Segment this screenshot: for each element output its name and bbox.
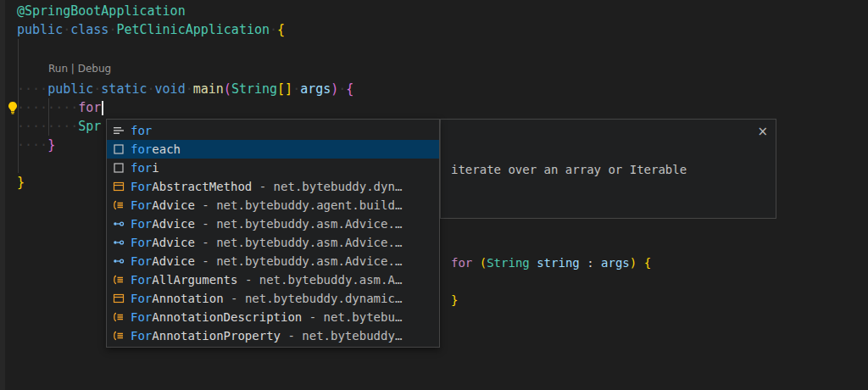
code-token (637, 256, 643, 270)
class-icon (112, 292, 125, 305)
code-token: void (155, 81, 186, 97)
suggestion-item[interactable]: for (107, 121, 439, 140)
code-token: public (17, 22, 63, 37)
suggestion-match-text: For (131, 329, 152, 343)
code-token: · (186, 81, 193, 97)
suggestion-item[interactable]: ForAnnotation - net.bytebuddy.dynamic… (107, 289, 439, 308)
suggestion-label: AllArguments (152, 273, 237, 287)
suggestion-item[interactable]: ForAnnotationDescription - net.bytebu… (107, 308, 439, 326)
suggestion-detail: - net.bytebuddy.asm.Advice.… (195, 236, 402, 249)
doc-code-line: } (451, 291, 765, 309)
suggestion-item[interactable]: ForAllArguments - net.bytebuddy.asm.A… (107, 270, 439, 289)
suggestion-list: forforeachforiForAbstractMethod - net.by… (107, 121, 439, 345)
suggestion-detail: - net.bytebuddy.asm.Advice.… (195, 254, 402, 268)
suggestion-match-text: For (131, 217, 152, 231)
code-token (580, 256, 587, 270)
suggestion-item[interactable]: ForAdvice - net.bytebuddy.asm.Advice.… (107, 252, 439, 270)
suggestion-detail: - net.bytebu… (302, 310, 402, 324)
suggestion-match-text: For (131, 310, 152, 324)
code-token: { (277, 22, 285, 37)
suggestion-detail: - net.bytebuddy.asm.Advice.… (195, 217, 402, 231)
code-line[interactable]: @SpringBootApplication (17, 2, 353, 20)
close-icon[interactable]: × (757, 122, 768, 141)
suggestion-item[interactable]: ForAdvice - net.bytebuddy.agent.build… (107, 196, 439, 214)
suggestion-item[interactable]: foreach (107, 140, 439, 159)
suggestion-detail: - net.bytebuddy.dyn… (252, 180, 402, 193)
suggestion-label: Advice (152, 198, 195, 212)
doc-code-line: for (String string : args) { (451, 254, 765, 272)
code-token: ) (630, 256, 637, 270)
suggestion-match-text: For (131, 254, 152, 268)
code-token: static (101, 81, 147, 97)
snippet-icon (112, 142, 125, 156)
suggestion-item[interactable]: ForAbstractMethod - net.bytebuddy.dyn… (107, 177, 439, 196)
code-token: · (338, 81, 346, 97)
suggestion-item[interactable]: ForAdvice - net.bytebuddy.asm.Advice.… (107, 233, 439, 252)
code-token: } (47, 137, 55, 153)
codelens: Run | Debug (17, 58, 353, 80)
codelens-run-link[interactable]: Run (48, 63, 68, 75)
suggestion-label: Advice (152, 254, 195, 268)
code-token: string (537, 256, 580, 270)
suggestion-match-text: For (131, 198, 152, 212)
code-token: Spr (78, 119, 101, 134)
code-token: ( (480, 256, 487, 270)
suggestion-match-text: For (131, 236, 152, 249)
code-line[interactable]: ····public·static·void·main(String[]·arg… (17, 80, 353, 98)
suggestion-match-text: for (131, 142, 152, 156)
code-token (594, 256, 601, 270)
code-token: ········ (17, 119, 78, 134)
suggestion-label: Advice (152, 217, 195, 231)
enum-member-icon (112, 217, 125, 231)
code-line[interactable] (17, 39, 353, 58)
suggestion-item[interactable]: fori (107, 159, 439, 177)
suggest-details-panel: iterate over an array or Iterable × for … (440, 119, 776, 219)
keyword-icon (112, 124, 125, 137)
suggestion-match-text: For (131, 292, 152, 305)
text-cursor (102, 101, 103, 115)
code-token: { (644, 256, 651, 270)
code-token: @SpringBootApplication (17, 3, 186, 19)
enum-icon (112, 198, 125, 212)
code-token: [] (277, 81, 292, 97)
code-token (530, 256, 537, 270)
suggestion-match-text: For (131, 180, 152, 193)
code-token: · (270, 22, 277, 37)
suggestion-label: AnnotationDescription (152, 310, 302, 324)
quick-fix-lightbulb-icon[interactable] (6, 101, 19, 114)
suggestion-label: i (152, 161, 159, 175)
suggestion-label: AnnotationProperty (152, 329, 281, 343)
code-line[interactable]: public·class·PetClinicApplication·{ (17, 20, 353, 39)
code-token: args (300, 81, 331, 97)
vscode-editor-screenshot: @SpringBootApplicationpublic·class·PetCl… (0, 0, 868, 390)
doc-code-line (451, 272, 765, 291)
code-token: for (451, 256, 472, 270)
code-token: ········ (17, 100, 78, 115)
code-token: { (346, 81, 353, 97)
code-token: · (292, 81, 300, 97)
suggestion-item[interactable]: ForAnnotationProperty - net.bytebuddy… (107, 326, 439, 345)
codelens-separator: | (68, 63, 78, 75)
enum-member-icon (112, 254, 125, 268)
code-token (472, 256, 479, 270)
code-token: ···· (17, 81, 47, 97)
code-token: class (70, 22, 108, 37)
suggestion-detail: - net.bytebuddy.asm.A… (237, 273, 402, 287)
enum-member-icon (112, 236, 125, 249)
suggestion-doc-summary: iterate over an array or Iterable (451, 160, 765, 179)
code-token: public (47, 81, 93, 97)
code-token: String (487, 256, 530, 270)
suggestion-label: Annotation (152, 292, 223, 305)
suggestion-detail: - net.bytebuddy… (281, 329, 402, 343)
suggestion-label: Advice (152, 236, 195, 249)
autocomplete-popup: forforeachforiForAbstractMethod - net.by… (106, 119, 440, 348)
suggestion-detail: - net.bytebuddy.agent.build… (195, 198, 402, 212)
suggestion-doc-code: for (String string : args) { } (451, 254, 765, 309)
suggestion-item[interactable]: ForAdvice - net.bytebuddy.asm.Advice.… (107, 214, 439, 233)
code-token: · (63, 22, 70, 37)
code-token: · (147, 81, 155, 97)
suggestion-match-text: for (131, 124, 152, 137)
codelens-debug-link[interactable]: Debug (78, 63, 111, 75)
code-line[interactable]: ········for (17, 98, 353, 117)
code-token: args (601, 256, 630, 270)
